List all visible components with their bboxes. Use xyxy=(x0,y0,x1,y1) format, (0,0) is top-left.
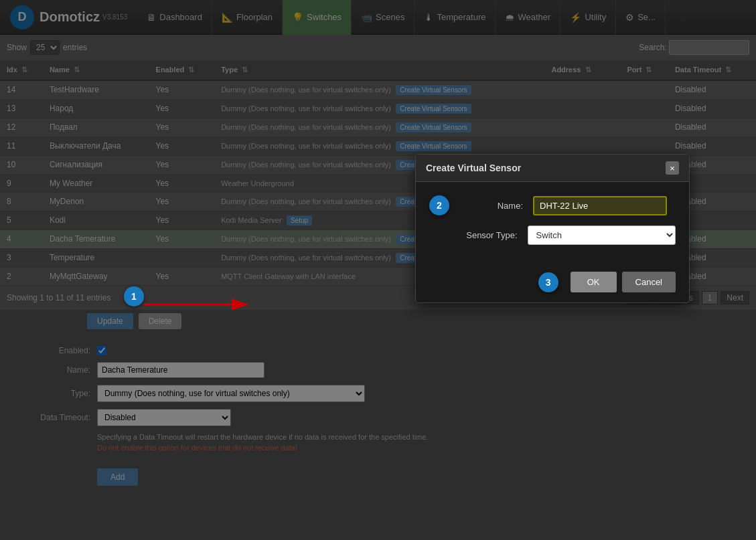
modal-header: Create Virtual Sensor × xyxy=(416,155,689,182)
step-2-bubble: 2 xyxy=(429,195,449,215)
modal-body: 2 Name: Sensor Type: Switch Temperature … xyxy=(416,182,689,265)
modal-sensor-type-select[interactable]: Switch Temperature Humidity Pressure UV … xyxy=(528,226,676,245)
modal-name-label: Name: xyxy=(456,201,523,211)
step-1-bubble: 1 xyxy=(124,286,144,306)
modal-name-input[interactable] xyxy=(533,196,667,215)
modal-close-button[interactable]: × xyxy=(666,161,679,175)
modal-sensor-type-label: Sensor Type: xyxy=(456,230,518,240)
modal-ok-button[interactable]: OK xyxy=(571,272,617,292)
step-3-bubble: 3 xyxy=(538,272,558,292)
modal-name-row: 2 Name: xyxy=(429,195,676,215)
modal-title: Create Virtual Sensor xyxy=(426,163,521,173)
modal-sensor-type-row: Sensor Type: Switch Temperature Humidity… xyxy=(429,226,676,245)
modal-cancel-button[interactable]: Cancel xyxy=(622,272,676,292)
modal-footer: 3 OK Cancel xyxy=(416,265,689,302)
create-virtual-sensor-modal: Create Virtual Sensor × 2 Name: Sensor T… xyxy=(415,154,690,303)
